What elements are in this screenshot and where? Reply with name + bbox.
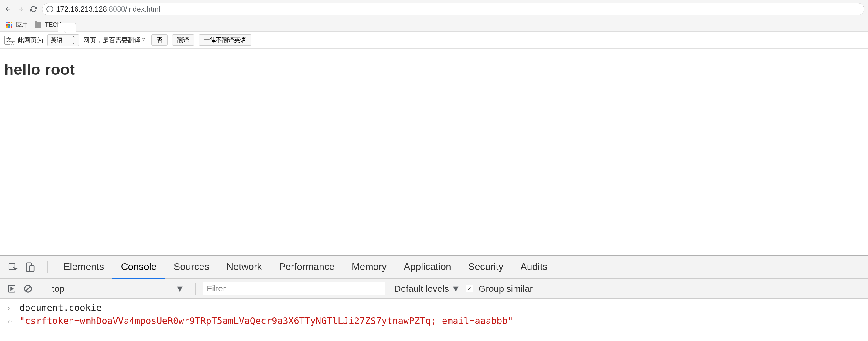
tab-security[interactable]: Security [460, 256, 512, 279]
page-heading: hello root [4, 61, 864, 78]
translate-never-button[interactable]: 一律不翻译英语 [198, 34, 251, 46]
back-button[interactable] [4, 5, 12, 13]
address-bar[interactable]: i 172.16.213.128:8080/index.html [42, 3, 864, 15]
output-prompt-icon: ‹· [7, 317, 13, 326]
console-command: document.cookie [20, 303, 102, 313]
device-toolbar-icon[interactable] [23, 260, 36, 274]
translate-prefix: 此网页为 [18, 36, 43, 45]
forward-button[interactable] [17, 5, 25, 13]
tab-memory[interactable]: Memory [343, 256, 396, 279]
page-content: hello root [0, 49, 868, 255]
folder-icon[interactable] [35, 22, 41, 28]
levels-label: Default levels [394, 284, 449, 294]
translate-no-button[interactable]: 否 [151, 34, 168, 46]
tab-application[interactable]: Application [395, 256, 460, 279]
browser-navbar: i 172.16.213.128:8080/index.html [0, 0, 868, 18]
apps-icon[interactable] [6, 22, 12, 28]
url-host: 172.16.213.128 [56, 5, 107, 13]
tab-elements[interactable]: Elements [55, 256, 112, 279]
clear-console-icon[interactable] [23, 283, 33, 294]
chevron-updown-icon: ⌃⌄ [72, 36, 75, 45]
caret-down-icon: ▼ [175, 284, 184, 294]
reload-button[interactable] [29, 5, 38, 13]
svg-rect-2 [30, 265, 34, 272]
log-levels-select[interactable]: Default levels ▼ [394, 284, 460, 294]
translate-question: 网页，是否需要翻译？ [83, 36, 147, 45]
console-result: "csrftoken=wmhDoaVVa4mposUeR0wr9TRpT5amL… [20, 315, 513, 326]
group-similar-checkbox[interactable]: ✓ [466, 285, 473, 292]
translate-bar: 文A 此网页为 英语 ⌃⌄ 网页，是否需要翻译？ 否 翻译 一律不翻译英语 [0, 32, 868, 49]
inspect-element-icon[interactable] [6, 260, 20, 274]
separator [41, 283, 41, 295]
translate-icon: 文A [4, 35, 13, 45]
group-similar-label: Group similar [478, 284, 533, 294]
devtools-tabs: Elements Console Sources Network Perform… [0, 256, 868, 279]
translate-indicator [58, 23, 76, 32]
devtools-panel: Elements Console Sources Network Perform… [0, 255, 868, 330]
language-select[interactable]: 英语 ⌃⌄ [48, 34, 79, 46]
separator [48, 261, 48, 273]
url-port: :8080 [107, 5, 125, 13]
console-body: › document.cookie ‹· "csrftoken=wmhDoaVV… [0, 299, 868, 330]
console-input-line[interactable]: › document.cookie [0, 301, 868, 314]
bookmarks-bar: 应用 TECH [0, 18, 868, 32]
input-prompt-icon: › [7, 304, 13, 313]
language-value: 英语 [51, 36, 63, 44]
caret-down-icon: ▼ [451, 284, 460, 294]
filter-input[interactable] [203, 282, 385, 295]
tab-console[interactable]: Console [112, 256, 165, 279]
tab-sources[interactable]: Sources [165, 256, 218, 279]
translate-yes-button[interactable]: 翻译 [172, 34, 194, 46]
tab-audits[interactable]: Audits [512, 256, 556, 279]
console-toolbar: top ▼ Default levels ▼ ✓ Group similar [0, 279, 868, 299]
play-icon[interactable] [6, 283, 17, 294]
tab-network[interactable]: Network [218, 256, 270, 279]
url-path: /index.html [125, 5, 160, 13]
site-info-icon[interactable]: i [46, 6, 53, 12]
context-select[interactable]: top ▼ [48, 284, 188, 294]
apps-label[interactable]: 应用 [16, 21, 28, 29]
console-output-line: ‹· "csrftoken=wmhDoaVVa4mposUeR0wr9TRpT5… [0, 314, 868, 327]
tab-performance[interactable]: Performance [271, 256, 343, 279]
context-value: top [52, 284, 65, 294]
